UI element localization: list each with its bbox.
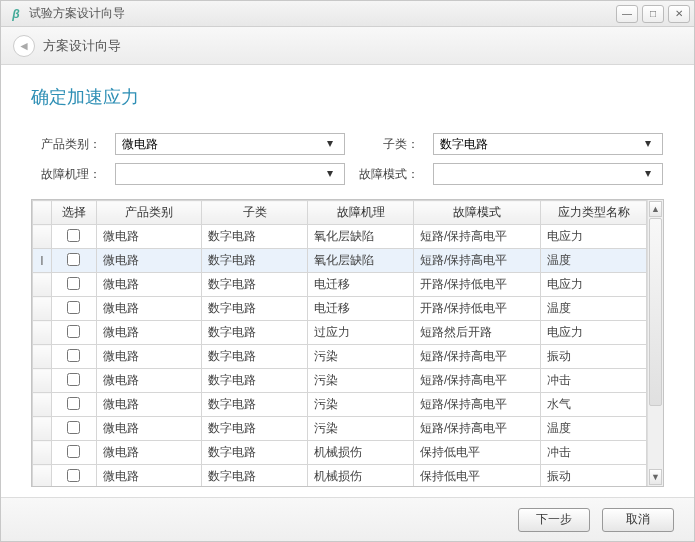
close-button[interactable]: ✕ bbox=[668, 5, 690, 23]
row-indicator bbox=[33, 393, 52, 417]
table-row[interactable]: 微电路数字电路污染短路/保持高电平冲击 bbox=[33, 369, 647, 393]
row-checkbox[interactable] bbox=[67, 229, 80, 242]
row-indicator bbox=[33, 321, 52, 345]
mechanism-combo[interactable]: ▾ bbox=[115, 163, 345, 185]
mode-combo[interactable]: ▾ bbox=[433, 163, 663, 185]
product-input[interactable] bbox=[115, 133, 345, 155]
header-indicator bbox=[33, 201, 52, 225]
footer: 下一步 取消 bbox=[1, 497, 694, 541]
cell-product: 微电路 bbox=[96, 417, 202, 441]
mode-label: 故障模式： bbox=[359, 166, 419, 183]
stress-table: 选择 产品类别 子类 故障机理 故障模式 应力类型名称 微电路数字电路氧化层缺陷… bbox=[32, 200, 647, 486]
row-select-cell bbox=[52, 369, 96, 393]
table-row[interactable]: 微电路数字电路机械损伤保持低电平振动 bbox=[33, 465, 647, 487]
row-select-cell bbox=[52, 393, 96, 417]
cell-subclass: 数字电路 bbox=[202, 345, 308, 369]
next-button[interactable]: 下一步 bbox=[518, 508, 590, 532]
scroll-down-icon[interactable]: ▼ bbox=[649, 469, 662, 485]
row-select-cell bbox=[52, 345, 96, 369]
cell-subclass: 数字电路 bbox=[202, 441, 308, 465]
cell-mode: 短路/保持高电平 bbox=[414, 417, 541, 441]
row-indicator bbox=[33, 345, 52, 369]
row-select-cell bbox=[52, 249, 96, 273]
cell-mode: 开路/保持低电平 bbox=[414, 297, 541, 321]
row-checkbox[interactable] bbox=[67, 421, 80, 434]
cell-product: 微电路 bbox=[96, 225, 202, 249]
table-row[interactable]: 微电路数字电路污染短路/保持高电平振动 bbox=[33, 345, 647, 369]
header-select: 选择 bbox=[52, 201, 96, 225]
minimize-button[interactable]: — bbox=[616, 5, 638, 23]
table-row[interactable]: 微电路数字电路电迁移开路/保持低电平温度 bbox=[33, 297, 647, 321]
cell-subclass: 数字电路 bbox=[202, 249, 308, 273]
title-bar: β 试验方案设计向导 — □ ✕ bbox=[1, 1, 694, 27]
row-checkbox[interactable] bbox=[67, 373, 80, 386]
row-checkbox[interactable] bbox=[67, 325, 80, 338]
cell-subclass: 数字电路 bbox=[202, 297, 308, 321]
header-mode: 故障模式 bbox=[414, 201, 541, 225]
cell-subclass: 数字电路 bbox=[202, 273, 308, 297]
maximize-button[interactable]: □ bbox=[642, 5, 664, 23]
cell-mechanism: 过应力 bbox=[308, 321, 414, 345]
row-checkbox[interactable] bbox=[67, 397, 80, 410]
row-checkbox[interactable] bbox=[67, 469, 80, 482]
row-select-cell bbox=[52, 441, 96, 465]
table-row[interactable]: 微电路数字电路机械损伤保持低电平冲击 bbox=[33, 441, 647, 465]
table-scroll: 选择 产品类别 子类 故障机理 故障模式 应力类型名称 微电路数字电路氧化层缺陷… bbox=[32, 200, 647, 486]
header-subclass: 子类 bbox=[202, 201, 308, 225]
back-button[interactable]: ◄ bbox=[13, 35, 35, 57]
cell-mode: 保持低电平 bbox=[414, 465, 541, 487]
row-checkbox[interactable] bbox=[67, 349, 80, 362]
subclass-label: 子类： bbox=[359, 136, 419, 153]
header-stress: 应力类型名称 bbox=[541, 201, 647, 225]
cell-stress: 电应力 bbox=[541, 225, 647, 249]
wizard-window: β 试验方案设计向导 — □ ✕ ◄ 方案设计向导 确定加速应力 产品类别： ▾… bbox=[0, 0, 695, 542]
subclass-combo[interactable]: ▾ bbox=[433, 133, 663, 155]
cell-mode: 开路/保持低电平 bbox=[414, 273, 541, 297]
cell-mechanism: 氧化层缺陷 bbox=[308, 249, 414, 273]
section-title: 确定加速应力 bbox=[31, 85, 664, 109]
cell-mechanism: 氧化层缺陷 bbox=[308, 225, 414, 249]
table-row[interactable]: 微电路数字电路污染短路/保持高电平温度 bbox=[33, 417, 647, 441]
cancel-button[interactable]: 取消 bbox=[602, 508, 674, 532]
cell-stress: 温度 bbox=[541, 417, 647, 441]
row-select-cell bbox=[52, 417, 96, 441]
cell-subclass: 数字电路 bbox=[202, 393, 308, 417]
cell-subclass: 数字电路 bbox=[202, 417, 308, 441]
table-wrap: 选择 产品类别 子类 故障机理 故障模式 应力类型名称 微电路数字电路氧化层缺陷… bbox=[31, 199, 664, 487]
scroll-thumb[interactable] bbox=[649, 218, 662, 406]
table-row[interactable]: 微电路数字电路电迁移开路/保持低电平电应力 bbox=[33, 273, 647, 297]
scrollbar[interactable]: ▲ ▼ bbox=[647, 200, 663, 486]
table-row[interactable]: 微电路数字电路过应力短路然后开路电应力 bbox=[33, 321, 647, 345]
cell-mechanism: 污染 bbox=[308, 369, 414, 393]
product-combo[interactable]: ▾ bbox=[115, 133, 345, 155]
table-row[interactable]: 微电路数字电路氧化层缺陷短路/保持高电平电应力 bbox=[33, 225, 647, 249]
cell-mechanism: 机械损伤 bbox=[308, 441, 414, 465]
cell-product: 微电路 bbox=[96, 345, 202, 369]
row-indicator bbox=[33, 297, 52, 321]
cell-subclass: 数字电路 bbox=[202, 321, 308, 345]
cell-product: 微电路 bbox=[96, 441, 202, 465]
row-checkbox[interactable] bbox=[67, 301, 80, 314]
cell-stress: 水气 bbox=[541, 393, 647, 417]
scroll-up-icon[interactable]: ▲ bbox=[649, 201, 662, 217]
row-checkbox[interactable] bbox=[67, 445, 80, 458]
cell-product: 微电路 bbox=[96, 297, 202, 321]
row-select-cell bbox=[52, 465, 96, 487]
subclass-input[interactable] bbox=[433, 133, 663, 155]
cell-stress: 温度 bbox=[541, 297, 647, 321]
table-row[interactable]: 微电路数字电路污染短路/保持高电平水气 bbox=[33, 393, 647, 417]
row-select-cell bbox=[52, 321, 96, 345]
mode-input[interactable] bbox=[433, 163, 663, 185]
row-indicator bbox=[33, 369, 52, 393]
cell-product: 微电路 bbox=[96, 321, 202, 345]
content-area: 确定加速应力 产品类别： ▾ 子类： ▾ 故障机理： ▾ 故障模式： ▾ bbox=[1, 65, 694, 497]
sub-title: 方案设计向导 bbox=[43, 37, 121, 55]
row-checkbox[interactable] bbox=[67, 277, 80, 290]
mechanism-input[interactable] bbox=[115, 163, 345, 185]
table-row[interactable]: I微电路数字电路氧化层缺陷短路/保持高电平温度 bbox=[33, 249, 647, 273]
cell-stress: 电应力 bbox=[541, 321, 647, 345]
scroll-track[interactable] bbox=[648, 218, 663, 468]
cell-subclass: 数字电路 bbox=[202, 465, 308, 487]
row-checkbox[interactable] bbox=[67, 253, 80, 266]
cell-stress: 振动 bbox=[541, 465, 647, 487]
